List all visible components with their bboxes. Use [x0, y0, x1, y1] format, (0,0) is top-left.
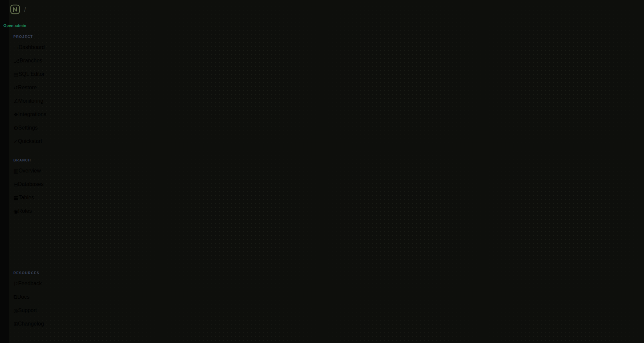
sidebar-item-settings[interactable]: ⚙Settings	[9, 121, 63, 135]
sidebar-item-dashboard[interactable]: ▭Dashboard	[9, 41, 63, 54]
console-topbar: /	[10, 3, 26, 16]
integrations-icon: ❖	[13, 111, 18, 118]
sidebar-item-label: Tables	[18, 195, 34, 201]
sidebar-item-sql-editor[interactable]: ▤SQL Editor	[9, 67, 63, 81]
sidebar-item-overview[interactable]: ▥Overview	[9, 164, 63, 178]
sidebar-item-label: Feedback	[18, 281, 42, 287]
console-backdrop: / Open admin PROJECT▭Dashboard⎇Branches▤…	[0, 0, 644, 343]
overview-icon: ▥	[13, 168, 18, 174]
sidebar-item-label: Settings	[18, 125, 38, 131]
sidebar-item-changelog[interactable]: ⊞Changelog	[9, 317, 63, 331]
roles-icon: ◉	[13, 208, 18, 214]
sidebar-item-tables[interactable]: ▦Tables	[9, 191, 63, 204]
sidebar-section-title: BRANCH	[13, 158, 63, 162]
sidebar-item-label: Changelog	[18, 321, 44, 327]
open-admin-link[interactable]: Open admin	[3, 23, 26, 28]
sidebar-item-monitoring[interactable]: ∠Monitoring	[9, 94, 63, 108]
sidebar-item-roles[interactable]: ◉Roles	[9, 204, 63, 218]
changelog-icon: ⊞	[13, 321, 18, 327]
left-edge-strip	[0, 0, 9, 343]
app-root: / Open admin PROJECT▭Dashboard⎇Branches▤…	[0, 0, 644, 343]
sidebar-item-label: Branches	[19, 58, 42, 64]
tables-icon: ▦	[13, 195, 18, 201]
sql-editor-icon: ▤	[13, 71, 18, 78]
quickstart-icon: ✓	[13, 138, 18, 145]
sidebar-section-branch: BRANCH▥Overview⊟Databases▦Tables◉Roles	[9, 158, 63, 218]
docs-icon: ⧉	[13, 294, 17, 300]
dashboard-icon: ▭	[13, 44, 18, 51]
branches-icon: ⎇	[13, 58, 19, 64]
sidebar-item-label: Docs	[17, 294, 29, 300]
sidebar-item-label: Restore	[18, 85, 37, 91]
sidebar-item-label: Quickstart	[18, 138, 42, 144]
sidebar-item-label: Monitoring	[18, 98, 43, 104]
databases-icon: ⊟	[13, 181, 18, 188]
sidebar-item-quickstart[interactable]: ✓Quickstart	[9, 135, 63, 148]
sidebar-item-label: Support	[18, 307, 37, 313]
sidebar-section-resources: RESOURCES⚐Feedback⧉Docs◎Support⊞Changelo…	[9, 271, 63, 331]
breadcrumb-separator: /	[24, 6, 26, 13]
sidebar-item-label: Roles	[18, 208, 32, 214]
feedback-icon: ⚐	[13, 281, 18, 287]
sidebar-item-docs[interactable]: ⧉Docs	[9, 290, 63, 304]
sidebar-item-branches[interactable]: ⎇Branches	[9, 54, 63, 67]
sidebar-item-label: Databases	[18, 181, 44, 187]
sidebar-item-label: Dashboard	[18, 44, 45, 50]
sidebar-item-label: Integrations	[18, 111, 46, 117]
sidebar-section-project: PROJECT▭Dashboard⎇Branches▤SQL Editor↺Re…	[9, 35, 63, 148]
support-icon: ◎	[13, 307, 18, 314]
sidebar-item-label: Overview	[18, 168, 41, 174]
sidebar-item-feedback[interactable]: ⚐Feedback	[9, 277, 63, 290]
sidebar-item-restore[interactable]: ↺Restore	[9, 81, 63, 94]
restore-icon: ↺	[13, 85, 18, 91]
sidebar-item-databases[interactable]: ⊟Databases	[9, 178, 63, 191]
monitoring-icon: ∠	[13, 98, 18, 104]
settings-icon: ⚙	[13, 125, 18, 131]
neon-logo-icon[interactable]	[10, 4, 20, 14]
sidebar-item-label: SQL Editor	[18, 71, 45, 77]
sidebar-section-title: PROJECT	[13, 35, 63, 39]
sidebar-item-support[interactable]: ◎Support	[9, 304, 63, 317]
sidebar-item-integrations[interactable]: ❖Integrations	[9, 108, 63, 121]
sidebar-section-title: RESOURCES	[13, 271, 63, 275]
